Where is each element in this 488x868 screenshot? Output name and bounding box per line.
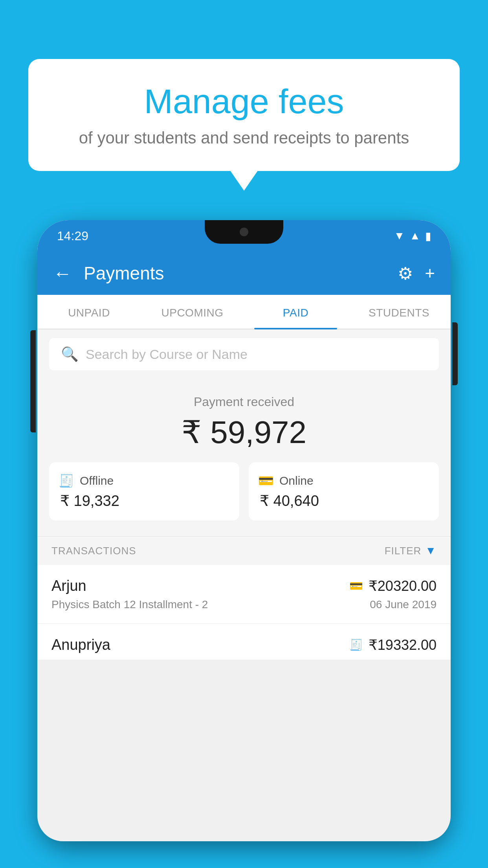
tab-upcoming[interactable]: UPCOMING — [141, 295, 244, 329]
back-button[interactable]: ← — [53, 263, 72, 284]
filter-icon: ▼ — [425, 544, 437, 557]
payment-received-label: Payment received — [49, 395, 439, 409]
notch — [205, 220, 283, 244]
transaction-amount: ₹20320.00 — [369, 578, 437, 594]
camera-dot — [240, 228, 248, 236]
tab-paid[interactable]: PAID — [244, 295, 347, 329]
speech-bubble-container: Manage fees of your students and send re… — [28, 59, 460, 171]
payment-summary: Payment received ₹ 59,972 🧾 Offline ₹ 19… — [37, 379, 451, 536]
phone-screen: 14:29 ▼ ▲ ▮ ← Payments ⚙ — [37, 220, 451, 841]
speech-bubble: Manage fees of your students and send re… — [28, 59, 460, 171]
tab-unpaid[interactable]: UNPAID — [37, 295, 141, 329]
transactions-label: TRANSACTIONS — [51, 545, 136, 557]
page-background: Manage fees of your students and send re… — [0, 0, 488, 868]
status-time: 14:29 — [57, 229, 88, 243]
transaction-row[interactable]: Arjun 💳 ₹20320.00 Physics Batch 12 Insta… — [37, 565, 451, 624]
wifi-icon: ▼ — [394, 230, 405, 242]
payment-card-icon: 💳 — [349, 579, 363, 592]
status-icons: ▼ ▲ ▮ — [394, 230, 431, 243]
online-card-header: 💳 Online — [258, 473, 429, 488]
transaction-row-partial[interactable]: Anupriya 🧾 ₹19332.00 — [37, 624, 451, 660]
partial-amount: ₹19332.00 — [369, 637, 437, 653]
offline-card-header: 🧾 Offline — [59, 473, 230, 488]
settings-icon[interactable]: ⚙ — [398, 263, 413, 283]
search-input[interactable]: Search by Course or Name — [86, 347, 248, 362]
partial-payment-icon: 🧾 — [349, 638, 363, 651]
filter-label: FILTER — [385, 545, 422, 557]
online-icon: 💳 — [258, 473, 274, 488]
search-icon: 🔍 — [61, 346, 79, 362]
status-bar: 14:29 ▼ ▲ ▮ — [37, 220, 451, 252]
transaction-top: Arjun 💳 ₹20320.00 — [51, 577, 437, 594]
partial-name: Anupriya — [51, 636, 110, 653]
app-bar: ← Payments ⚙ + — [37, 252, 451, 295]
tab-students[interactable]: STUDENTS — [347, 295, 451, 329]
offline-card: 🧾 Offline ₹ 19,332 — [49, 462, 239, 520]
phone-container: 14:29 ▼ ▲ ▮ ← Payments ⚙ — [37, 220, 451, 868]
add-icon[interactable]: + — [425, 263, 435, 283]
bubble-title: Manage fees — [60, 83, 428, 121]
transactions-header: TRANSACTIONS FILTER ▼ — [37, 536, 451, 565]
offline-label: Offline — [80, 474, 114, 487]
tabs-bar: UNPAID UPCOMING PAID STUDENTS — [37, 295, 451, 329]
partial-top: Anupriya 🧾 ₹19332.00 — [51, 636, 437, 653]
partial-amount-row: 🧾 ₹19332.00 — [349, 637, 437, 653]
offline-icon: 🧾 — [59, 473, 74, 488]
transaction-course: Physics Batch 12 Installment - 2 — [51, 598, 208, 611]
page-title: Payments — [84, 263, 398, 284]
signal-icon: ▲ — [409, 230, 420, 242]
payment-cards: 🧾 Offline ₹ 19,332 💳 Online ₹ 40,640 — [49, 462, 439, 520]
transaction-name: Arjun — [51, 577, 86, 594]
bubble-subtitle: of your students and send receipts to pa… — [60, 129, 428, 147]
online-card: 💳 Online ₹ 40,640 — [249, 462, 439, 520]
offline-amount: ₹ 19,332 — [59, 492, 230, 509]
search-bar[interactable]: 🔍 Search by Course or Name — [49, 338, 439, 370]
phone-frame: 14:29 ▼ ▲ ▮ ← Payments ⚙ — [37, 220, 451, 841]
filter-button[interactable]: FILTER ▼ — [385, 544, 437, 557]
payment-total-amount: ₹ 59,972 — [49, 414, 439, 451]
online-amount: ₹ 40,640 — [258, 492, 429, 509]
online-label: Online — [279, 474, 314, 487]
transaction-bottom: Physics Batch 12 Installment - 2 06 June… — [51, 598, 437, 611]
search-container: 🔍 Search by Course or Name — [37, 329, 451, 379]
app-bar-icons: ⚙ + — [398, 263, 435, 283]
transaction-date: 06 June 2019 — [370, 598, 437, 611]
transaction-amount-row: 💳 ₹20320.00 — [349, 578, 437, 594]
battery-icon: ▮ — [425, 230, 431, 243]
